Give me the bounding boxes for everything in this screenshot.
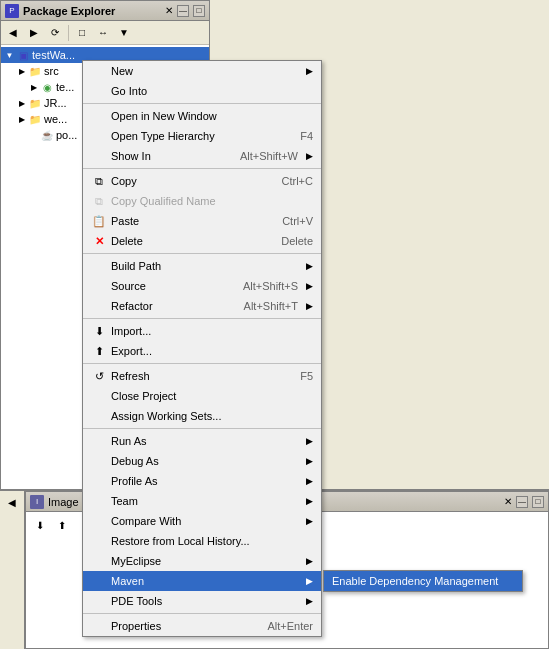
build-path-arrow: ▶ <box>306 261 313 271</box>
source-arrow: ▶ <box>306 281 313 291</box>
menu-item-delete[interactable]: ✕ Delete Delete <box>83 231 321 251</box>
toolbar-separator-1 <box>68 25 69 41</box>
team-arrow: ▶ <box>306 496 313 506</box>
profile-as-arrow: ▶ <box>306 476 313 486</box>
file-icon-po: ☕ <box>40 128 54 142</box>
panel-icon: P <box>5 4 19 18</box>
menu-item-pde-tools[interactable]: PDE Tools ▶ <box>83 591 321 611</box>
profile-as-icon <box>91 473 107 489</box>
open-type-icon <box>91 128 107 144</box>
expand-arrow-po <box>29 131 38 140</box>
maven-submenu: Enable Dependency Management <box>323 570 523 592</box>
eclipse-window: P Package Explorer ✕ — □ ◀ ▶ ⟳ □ ↔ ▼ ▼ ▣… <box>0 0 549 649</box>
link-editor-button[interactable]: ↔ <box>93 24 113 42</box>
expand-arrow-we: ▶ <box>17 115 26 124</box>
copy-qualified-icon: ⧉ <box>91 193 107 209</box>
refactor-label: Refactor <box>111 300 240 312</box>
separator-7 <box>83 613 321 614</box>
expand-arrow: ▼ <box>5 51 14 60</box>
copy-shortcut: Ctrl+C <box>282 175 313 187</box>
menu-item-run-as[interactable]: Run As ▶ <box>83 431 321 451</box>
menu-item-maven[interactable]: Maven ▶ Enable Dependency Management <box>83 571 321 591</box>
refresh-label: Refresh <box>111 370 296 382</box>
new-arrow: ▶ <box>306 66 313 76</box>
separator-1 <box>83 103 321 104</box>
view-menu-button[interactable]: ▼ <box>114 24 134 42</box>
go-into-label: Go Into <box>111 85 313 97</box>
src-label: src <box>44 65 59 77</box>
menu-item-import[interactable]: ⬇ Import... <box>83 321 321 341</box>
new-label: New <box>111 65 298 77</box>
image-panel-icon: I <box>30 495 44 509</box>
menu-item-go-into[interactable]: Go Into <box>83 81 321 101</box>
copy-icon: ⧉ <box>91 173 107 189</box>
show-in-icon <box>91 148 107 164</box>
refresh-icon: ↺ <box>91 368 107 384</box>
pde-tools-arrow: ▶ <box>306 596 313 606</box>
menu-item-export[interactable]: ⬆ Export... <box>83 341 321 361</box>
menu-item-assign-working-sets[interactable]: Assign Working Sets... <box>83 406 321 426</box>
menu-item-build-path[interactable]: Build Path ▶ <box>83 256 321 276</box>
menu-item-properties[interactable]: Properties Alt+Enter <box>83 616 321 636</box>
menu-item-compare-with[interactable]: Compare With ▶ <box>83 511 321 531</box>
assign-ws-label: Assign Working Sets... <box>111 410 313 422</box>
source-shortcut: Alt+Shift+S <box>243 280 298 292</box>
menu-item-source[interactable]: Source Alt+Shift+S ▶ <box>83 276 321 296</box>
menu-item-copy[interactable]: ⧉ Copy Ctrl+C <box>83 171 321 191</box>
maximize-button[interactable]: □ <box>193 5 205 17</box>
debug-as-label: Debug As <box>111 455 298 467</box>
run-as-arrow: ▶ <box>306 436 313 446</box>
enable-dep-mgmt-label: Enable Dependency Management <box>332 575 498 587</box>
open-new-window-label: Open in New Window <box>111 110 313 122</box>
menu-item-refactor[interactable]: Refactor Alt+Shift+T ▶ <box>83 296 321 316</box>
properties-shortcut: Alt+Enter <box>267 620 313 632</box>
menu-item-copy-qualified[interactable]: ⧉ Copy Qualified Name <box>83 191 321 211</box>
menu-item-show-in[interactable]: Show In Alt+Shift+W ▶ <box>83 146 321 166</box>
run-as-label: Run As <box>111 435 298 447</box>
image-panel-title: Image <box>48 496 79 508</box>
folder-icon-we: 📁 <box>28 112 42 126</box>
minimize-button[interactable]: — <box>177 5 189 17</box>
menu-item-restore-local[interactable]: Restore from Local History... <box>83 531 321 551</box>
close-image-panel-icon[interactable]: ✕ <box>504 496 512 507</box>
image-tb-btn-1[interactable]: ⬇ <box>30 516 50 534</box>
refactor-icon <box>91 298 107 314</box>
open-type-shortcut: F4 <box>300 130 313 142</box>
collapse-button[interactable]: □ <box>72 24 92 42</box>
forward-button[interactable]: ▶ <box>24 24 44 42</box>
paste-shortcut: Ctrl+V <box>282 215 313 227</box>
menu-item-new[interactable]: New ▶ <box>83 61 321 81</box>
menu-item-close-project[interactable]: Close Project <box>83 386 321 406</box>
build-path-icon <box>91 258 107 274</box>
menu-item-open-new-window[interactable]: Open in New Window <box>83 106 321 126</box>
menu-item-myeclipse[interactable]: MyEclipse ▶ <box>83 551 321 571</box>
source-icon <box>91 278 107 294</box>
delete-shortcut: Delete <box>281 235 313 247</box>
pde-tools-icon <box>91 593 107 609</box>
close-panel-icon[interactable]: ✕ <box>165 5 173 16</box>
menu-item-team[interactable]: Team ▶ <box>83 491 321 511</box>
menu-item-paste[interactable]: 📋 Paste Ctrl+V <box>83 211 321 231</box>
team-icon <box>91 493 107 509</box>
menu-item-debug-as[interactable]: Debug As ▶ <box>83 451 321 471</box>
menu-item-profile-as[interactable]: Profile As ▶ <box>83 471 321 491</box>
bottom-left-panel: ◀ <box>0 491 25 649</box>
back-button[interactable]: ◀ <box>3 24 23 42</box>
image-tb-btn-2[interactable]: ⬆ <box>52 516 72 534</box>
menu-item-refresh[interactable]: ↺ Refresh F5 <box>83 366 321 386</box>
import-label: Import... <box>111 325 313 337</box>
open-new-window-icon <box>91 108 107 124</box>
image-minimize-button[interactable]: — <box>516 496 528 508</box>
go-into-icon <box>91 83 107 99</box>
team-label: Team <box>111 495 298 507</box>
image-maximize-button[interactable]: □ <box>532 496 544 508</box>
refresh-button[interactable]: ⟳ <box>45 24 65 42</box>
left-arrow-icon[interactable]: ◀ <box>5 495 19 509</box>
delete-label: Delete <box>111 235 277 247</box>
submenu-item-enable-dep-mgmt[interactable]: Enable Dependency Management <box>324 571 522 591</box>
separator-3 <box>83 253 321 254</box>
separator-2 <box>83 168 321 169</box>
maven-label: Maven <box>111 575 298 587</box>
menu-item-open-type-hierarchy[interactable]: Open Type Hierarchy F4 <box>83 126 321 146</box>
panel-title: Package Explorer <box>23 5 161 17</box>
